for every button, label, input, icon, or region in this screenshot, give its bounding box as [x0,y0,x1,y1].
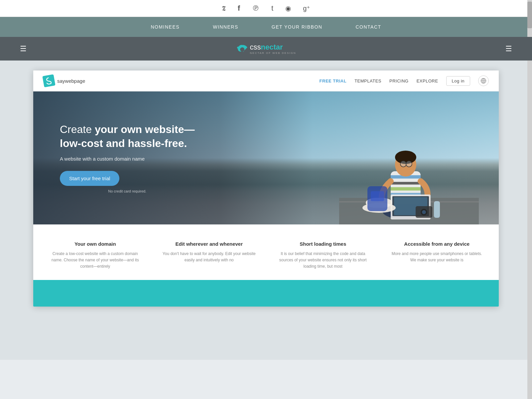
feature-edit-desc: You don't have to wait for anybody. Edit… [161,251,258,263]
svg-rect-9 [391,182,421,185]
hero-content: Create your own website— low-cost and ha… [33,103,221,213]
site-logo: saywebpage [43,75,85,86]
site-nav: saywebpage FREE TRIAL TEMPLATES PRICING … [33,70,499,91]
no-credit-text: No credit card required. [60,189,195,193]
hero-section: Create your own website— low-cost and ha… [33,91,499,224]
hero-headline: Create your own website— low-cost and ha… [60,123,195,150]
feature-domain-desc: Create a low-cost website with a custom … [47,251,144,270]
rss-icon: ◉ [285,5,291,12]
hero-person-illustration [339,91,479,224]
pinterest-icon: ℗ [252,4,259,12]
nav-free-trial[interactable]: FREE TRIAL [320,78,347,83]
features-section: Your own domain Create a low-cost websit… [33,224,499,280]
rss-link[interactable]: ◉ [285,4,291,12]
hamburger-left-icon[interactable]: ☰ [20,45,27,53]
cssnectar-logo: cssnectar NECTAR OF WEB DESIGN [236,43,296,55]
googleplus-icon: g⁺ [303,5,310,12]
website-preview: saywebpage FREE TRIAL TEMPLATES PRICING … [33,70,499,307]
bird-logo-icon [236,44,248,54]
globe-icon [480,78,486,84]
social-bar: 𝕿 f ℗ t ◉ g⁺ [0,0,532,17]
login-button[interactable]: Log in [446,76,470,86]
googleplus-link[interactable]: g⁺ [303,4,310,12]
scrollbar-thumb[interactable] [527,2,532,28]
feature-device-desc: More and more people use smartphones or … [388,251,486,263]
cssnectar-title: cssnectar [250,43,296,52]
nectar-text: nectar [261,43,283,51]
feature-loading-title: Short loading times [274,241,372,247]
svg-point-14 [400,161,406,167]
hero-headline-normal: Create [60,123,95,135]
feature-domain: Your own domain Create a low-cost websit… [43,241,147,270]
feature-loading: Short loading times It is our belief tha… [271,241,375,270]
facebook-link[interactable]: f [238,4,240,13]
twitter-link[interactable]: 𝕿 [222,5,226,12]
feature-edit-title: Edit wherever and whenever [161,241,258,247]
nav-get-ribbon[interactable]: GET YOUR RIBBON [255,17,339,37]
svg-point-15 [406,161,412,167]
hero-headline-bold: your own website— [95,123,195,135]
hero-headline-line2: low-cost and hassle-free. [60,137,187,149]
nav-pricing[interactable]: PRICING [389,78,409,83]
svg-rect-27 [371,191,384,201]
hero-subtitle: A website with a custom domain name [60,156,195,162]
main-nav: NOMINEES WINNERS GET YOUR RIBBON CONTACT [0,17,532,37]
hamburger-right-icon[interactable]: ☰ [505,45,512,53]
svg-rect-10 [391,187,421,191]
logo-s-icon [42,74,55,87]
cssnectar-header: ☰ cssnectar NECTAR OF WEB DESIGN ☰ [0,37,532,61]
main-content: saywebpage FREE TRIAL TEMPLATES PRICING … [0,61,532,360]
site-logo-svg [45,76,53,85]
css-text: css [250,43,261,51]
feature-edit: Edit wherever and whenever You don't hav… [157,241,261,270]
language-selector[interactable] [478,75,489,86]
svg-point-24 [422,210,426,214]
nav-nominees[interactable]: NOMINEES [134,17,196,37]
feature-loading-desc: It is our belief that minimizing the cod… [274,251,372,270]
site-logo-text: saywebpage [57,78,85,84]
nav-templates[interactable]: TEMPLATES [354,78,381,83]
feature-domain-title: Your own domain [47,241,144,247]
site-nav-links: FREE TRIAL TEMPLATES PRICING EXPLORE Log… [320,75,489,86]
nav-winners[interactable]: WINNERS [196,17,255,37]
facebook-icon: f [238,4,240,12]
teal-footer-bar [33,280,499,307]
svg-rect-25 [434,201,440,218]
twitter-icon: 𝕿 [222,5,226,12]
tumblr-icon: t [271,4,273,12]
nav-explore[interactable]: EXPLORE [417,78,438,83]
pinterest-link[interactable]: ℗ [252,4,259,13]
nav-contact[interactable]: CONTACT [339,17,398,37]
cssnectar-tagline: NECTAR OF WEB DESIGN [250,52,296,55]
feature-device: Accessible from any device More and more… [385,241,489,270]
tumblr-link[interactable]: t [271,4,273,13]
free-trial-cta-button[interactable]: Start your free trial [60,171,119,186]
feature-device-title: Accessible from any device [388,241,486,247]
